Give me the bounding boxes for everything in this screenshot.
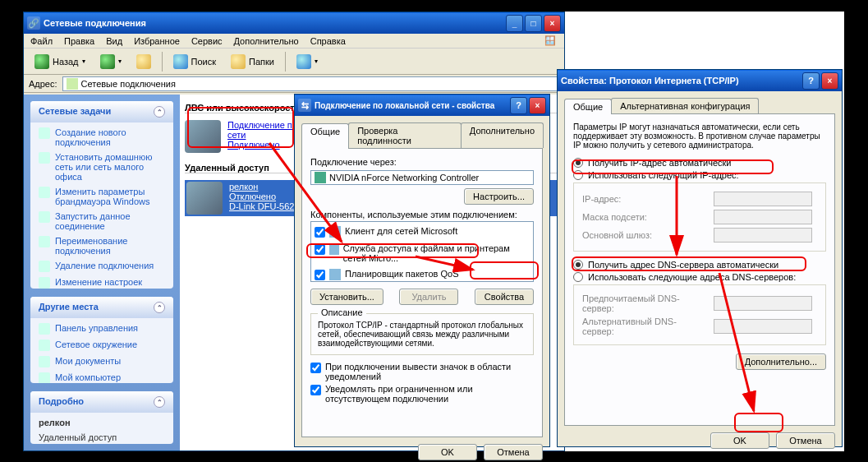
close-button[interactable]: × xyxy=(529,97,546,114)
component-fileshare[interactable]: Служба доступа к файлам и принтерам сете… xyxy=(311,242,533,265)
intro-text: Параметры IP могут назначаться автоматич… xyxy=(573,122,826,150)
forward-icon xyxy=(100,54,115,69)
lan-line2: сети xyxy=(227,130,246,140)
lan-line3: Подключено xyxy=(227,140,280,150)
back-icon xyxy=(34,54,49,69)
lan-icon xyxy=(185,120,221,153)
task-rename[interactable]: Переименование подключения xyxy=(39,236,165,256)
dns1-input xyxy=(714,296,812,311)
collapse-icon[interactable]: ⌃ xyxy=(154,396,165,408)
close-button[interactable]: × xyxy=(544,15,561,32)
tab-alternate[interactable]: Альтернативная конфигурация xyxy=(611,98,759,113)
minimize-button[interactable]: _ xyxy=(506,15,523,32)
properties-button[interactable]: Свойства xyxy=(475,289,534,305)
configure-button[interactable]: Настроить... xyxy=(464,188,534,205)
maximize-button[interactable]: □ xyxy=(525,15,542,32)
close-button[interactable]: × xyxy=(821,72,838,90)
ok-button[interactable]: OK xyxy=(710,432,769,449)
cancel-button[interactable]: Отмена xyxy=(484,444,543,460)
app-icon: ⇆ xyxy=(298,99,311,112)
menu-file[interactable]: Файл xyxy=(27,35,56,48)
radio-auto-dns[interactable]: Получить адрес DNS-сервера автоматически xyxy=(573,260,826,270)
place-network[interactable]: Сетевое окружение xyxy=(39,340,165,351)
place-docs[interactable]: Мои документы xyxy=(39,356,165,367)
menu-view[interactable]: Вид xyxy=(103,35,126,48)
help-button[interactable]: ? xyxy=(802,72,820,90)
back-button[interactable]: Назад▾ xyxy=(29,51,91,72)
titlebar[interactable]: ⇆ Подключение по локальной сети - свойст… xyxy=(295,95,549,116)
views-button[interactable]: ▾ xyxy=(291,51,324,72)
tab-advanced[interactable]: Дополнительно xyxy=(461,122,544,148)
collapse-icon[interactable]: ⌃ xyxy=(154,302,165,313)
task-settings[interactable]: Изменение настроек подключения xyxy=(39,277,165,289)
radio-manual-ip[interactable]: Использовать следующий IP-адрес: xyxy=(573,170,826,180)
folders-label: Папки xyxy=(249,57,274,67)
cancel-button[interactable]: Отмена xyxy=(776,432,835,449)
ip-input xyxy=(714,192,812,206)
mask-label: Маска подсети: xyxy=(582,212,705,222)
window-title: Подключение по локальной сети - свойства xyxy=(315,101,494,110)
ip-label: IP-адрес: xyxy=(582,194,705,204)
forward-button[interactable]: ▾ xyxy=(94,51,127,72)
windows-flag-icon: 🪟 xyxy=(541,34,559,48)
description-label: Описание xyxy=(318,307,366,317)
menu-adv[interactable]: Дополнительно xyxy=(231,35,302,48)
adapter-name: NVIDIA nForce Networking Controller xyxy=(329,173,479,182)
menu-tools[interactable]: Сервис xyxy=(188,35,226,48)
task-delete[interactable]: Удаление подключения xyxy=(39,261,165,272)
fileshare-icon xyxy=(329,243,339,255)
task-new-connection[interactable]: Создание нового подключения xyxy=(39,127,165,147)
tray-icon-checkbox[interactable]: При подключении вывести значок в области… xyxy=(310,362,534,381)
tab-auth[interactable]: Проверка подлинности xyxy=(348,122,462,148)
help-button[interactable]: ? xyxy=(510,97,527,114)
radio-manual-dns[interactable]: Использовать следующие адреса DNS-сервер… xyxy=(573,272,826,282)
lan-properties-dialog: ⇆ Подключение по локальной сети - свойст… xyxy=(294,94,550,447)
toolbar: Назад▾ ▾ Поиск Папки ▾ xyxy=(24,49,564,75)
ok-button[interactable]: OK xyxy=(418,444,477,460)
radio-auto-ip[interactable]: Получить IP-адрес автоматически xyxy=(573,158,826,168)
component-client[interactable]: Клиент для сетей Microsoft xyxy=(311,224,533,239)
menu-fav[interactable]: Избранное xyxy=(131,35,183,48)
details-card: Подробно⌃ релкон Удаленный доступ xyxy=(30,391,173,444)
component-qos[interactable]: Планировщик пакетов QoS xyxy=(311,267,533,282)
gateway-label: Основной шлюз: xyxy=(582,230,705,240)
folders-button[interactable]: Папки xyxy=(225,51,280,72)
menu-edit[interactable]: Правка xyxy=(61,35,98,48)
dial-line1: релкон xyxy=(229,182,258,192)
task-firewall[interactable]: Изменить параметры брандмауэра Windows xyxy=(39,187,165,206)
components-list[interactable]: Клиент для сетей Microsoft Служба доступ… xyxy=(310,221,534,282)
uninstall-button: Удалить xyxy=(399,289,458,305)
adapter-box: NVIDIA nForce Networking Controller xyxy=(310,170,534,185)
install-button[interactable]: Установить... xyxy=(310,289,383,305)
dns2-label: Альтернативный DNS-сервер: xyxy=(582,316,705,336)
task-home-network[interactable]: Установить домашнюю сеть или сеть малого… xyxy=(39,152,165,182)
details-status: Удаленный доступ xyxy=(39,432,165,442)
menu-help[interactable]: Справка xyxy=(307,35,349,48)
tcpip-properties-dialog: Свойства: Протокол Интернета (TCP/IP) ? … xyxy=(557,69,843,447)
search-button[interactable]: Поиск xyxy=(168,51,222,72)
back-label: Назад xyxy=(53,57,79,67)
client-icon xyxy=(329,226,341,238)
address-input[interactable]: Сетевые подключения xyxy=(62,76,559,91)
address-label: Адрес: xyxy=(29,79,57,89)
address-text: Сетевые подключения xyxy=(81,79,176,89)
app-icon: 🔗 xyxy=(27,16,40,30)
titlebar[interactable]: 🔗 Сетевые подключения _ □ × xyxy=(24,12,564,34)
notify-limited-checkbox[interactable]: Уведомлять при ограниченном или отсутств… xyxy=(310,384,534,404)
task-start[interactable]: Запустить данное соединение xyxy=(39,211,165,231)
up-button[interactable] xyxy=(131,51,157,72)
components-label: Компоненты, используемые этим подключени… xyxy=(310,210,534,219)
place-computer[interactable]: Мой компьютер xyxy=(39,372,165,383)
window-title: Свойства: Протокол Интернета (TCP/IP) xyxy=(561,76,739,85)
place-control-panel[interactable]: Панель управления xyxy=(39,323,165,335)
tab-general[interactable]: Общие xyxy=(301,123,349,149)
tab-general[interactable]: Общие xyxy=(564,99,612,114)
dial-line2: Отключено xyxy=(229,192,276,201)
address-bar: Адрес: Сетевые подключения xyxy=(24,75,564,93)
description-text: Протокол TCP/IP - стандартный протокол г… xyxy=(318,321,526,348)
titlebar[interactable]: Свойства: Протокол Интернета (TCP/IP) ? … xyxy=(558,70,842,91)
collapse-icon[interactable]: ⌃ xyxy=(154,106,165,118)
folders-icon xyxy=(231,54,246,69)
up-icon xyxy=(136,54,151,69)
advanced-button[interactable]: Дополнительно... xyxy=(736,353,826,370)
